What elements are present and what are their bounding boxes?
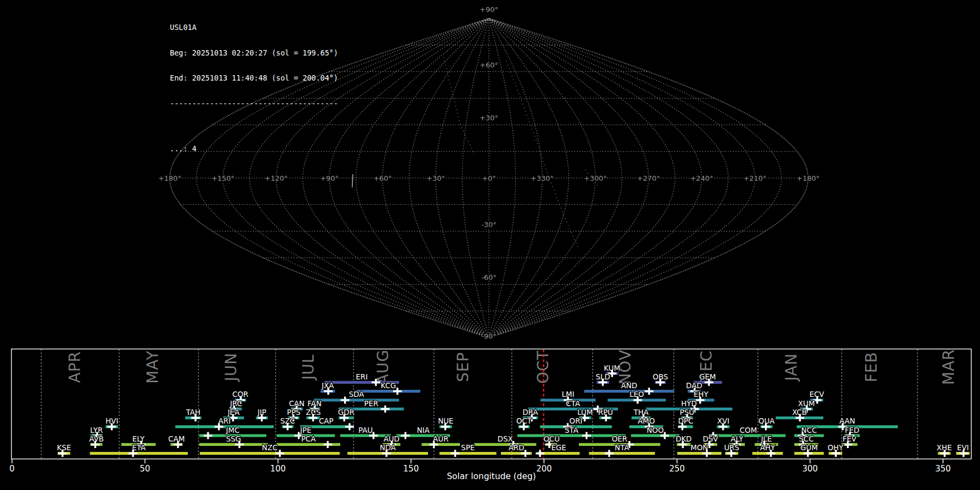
shower-label-LEO: LEO	[629, 390, 644, 399]
shower-label-CAM: CAM	[168, 434, 185, 443]
x-tick-label: 100	[270, 464, 286, 474]
shower-bars: KUMERISLDOBSGEMJXAKCGANDDADCORSDALMILEOE…	[57, 364, 970, 457]
shower-label-OCU: OCU	[543, 434, 560, 443]
shower-label-JRC: JRC	[230, 399, 242, 408]
peak-marker-STA	[582, 432, 591, 439]
shower-label-SPE: SPE	[461, 443, 475, 452]
shower-label-ORI: ORI	[569, 416, 583, 425]
x-axis-title: Solar longitude (deg)	[447, 471, 536, 481]
shower-label-TAH: TAH	[186, 408, 201, 416]
shower-bar-SDA	[314, 399, 399, 401]
shower-label-KSE: KSE	[57, 443, 71, 452]
spacer	[170, 125, 338, 128]
shower-label-FED: FED	[845, 426, 860, 434]
x-tick-label: 250	[669, 464, 685, 474]
shower-bar-SSG	[199, 443, 268, 446]
shower-label-GDR: GDR	[338, 408, 354, 416]
shower-label-NCC: NCC	[801, 426, 817, 434]
shower-label-GEM: GEM	[699, 372, 716, 381]
peak-marker-CAP	[345, 423, 354, 430]
shower-bar-ETA	[90, 452, 188, 455]
shower-label-STA: STA	[565, 426, 579, 434]
shower-label-PAU: PAU	[358, 426, 372, 434]
shower-label-THA: THA	[633, 408, 649, 416]
shower-label-PCA: PCA	[301, 434, 316, 443]
x-tick-label: 50	[140, 464, 150, 474]
shower-label-ETA: ETA	[132, 443, 146, 452]
shower-bar-COM	[711, 434, 786, 437]
month-label: OCT	[534, 350, 552, 384]
x-tick-label: 350	[935, 464, 951, 474]
shower-bar-NOO	[631, 434, 679, 437]
shower-label-ARI: ARI	[218, 416, 231, 425]
shower-bar-KCG	[357, 390, 420, 393]
begin-time: Beg: 20251013 02:20:27 (sol = 199.65°)	[170, 49, 338, 58]
shower-label-KCG: KCG	[381, 381, 396, 390]
peak-marker-NIA	[401, 432, 410, 439]
shower-label-DSV: DSV	[703, 434, 719, 443]
shower-label-ELY: ELY	[132, 434, 145, 443]
month-label: MAR	[940, 349, 958, 385]
shower-label-JPE: JPE	[299, 426, 311, 434]
separator-line: --------------------------------------	[170, 100, 338, 108]
month-label: MAY	[144, 350, 162, 383]
month-label: AUG	[374, 350, 392, 384]
shower-bar-MON	[677, 452, 721, 455]
peak-marker-PER	[381, 406, 390, 413]
shower-label-COM: COM	[740, 426, 757, 434]
peak-marker-PCA	[323, 441, 332, 448]
peak-marker-AND	[645, 388, 653, 395]
shower-label-NDA: NDA	[379, 443, 396, 452]
shower-label-ARD: ARD	[509, 443, 524, 452]
meteor-activity-screen: +180°+150°+120°+90°+60°+30°+0°+330°+300°…	[0, 0, 980, 490]
shower-bar-AUR	[421, 443, 460, 446]
peak-marker-SPE	[451, 450, 460, 457]
month-label: JAN	[782, 353, 800, 382]
shower-label-AHY: AHY	[760, 443, 775, 452]
station-id: USL01A	[170, 23, 338, 32]
month-label: FEB	[862, 352, 880, 382]
x-tick-label: 0	[9, 464, 15, 474]
shower-label-CAP: CAP	[319, 416, 334, 425]
x-tick-label: 200	[536, 464, 552, 474]
activity-timeline-chart: APRMAYJUNJULAUGSEPOCTNOVDECJANFEBMARKUME…	[0, 0, 980, 490]
peak-marker-JMC	[204, 432, 212, 439]
shower-label-NOO: NOO	[647, 426, 664, 434]
shower-label-EGE: EGE	[552, 443, 567, 452]
shower-label-ERI: ERI	[356, 372, 368, 381]
month-label: JUL	[299, 354, 317, 381]
shower-bar-STA	[517, 434, 626, 437]
shower-label-DSX: DSX	[498, 434, 513, 443]
shower-label-AUR: AUR	[433, 434, 449, 443]
count-line: ...: 4	[170, 145, 338, 154]
shower-label-AAN: AAN	[840, 416, 855, 425]
shower-bar-DSX	[474, 443, 536, 446]
month-label: JUN	[222, 353, 240, 383]
shower-label-EHY: EHY	[694, 390, 709, 399]
shower-label-AND: AND	[621, 381, 638, 390]
shower-label-SDA: SDA	[349, 390, 365, 399]
shower-label-DPC: DPC	[678, 416, 693, 425]
peak-marker-EGE	[536, 450, 544, 457]
x-tick-label: 300	[802, 464, 818, 474]
peak-marker-SDA	[341, 396, 350, 403]
shower-label-FEV: FEV	[843, 434, 857, 443]
shower-label-NIA: NIA	[417, 426, 430, 434]
x-axis: 050100150200250300350Solar longitude (de…	[9, 459, 951, 481]
shower-bar-SPE	[439, 452, 497, 455]
end-time: End: 20251013 11:40:48 (sol = 200.04°)	[170, 74, 338, 83]
month-label: APR	[66, 351, 84, 383]
shower-label-SCC: SCC	[799, 434, 813, 443]
shower-label-NZC: NZC	[262, 443, 278, 452]
shower-label-AMO: AMO	[638, 416, 655, 425]
shower-label-AVB: AVB	[89, 434, 104, 443]
shower-label-OER: OER	[612, 434, 628, 443]
observation-info: USL01A Beg: 20251013 02:20:27 (sol = 199…	[170, 7, 338, 170]
shower-bar-NZC	[200, 452, 340, 455]
x-tick-label: 150	[403, 464, 419, 474]
shower-bar-ARI	[175, 425, 274, 428]
shower-bar-NTA	[589, 452, 655, 455]
shower-label-JMC: JMC	[225, 426, 240, 434]
shower-label-MON: MON	[690, 443, 708, 452]
shower-label-DRA: DRA	[523, 408, 538, 416]
